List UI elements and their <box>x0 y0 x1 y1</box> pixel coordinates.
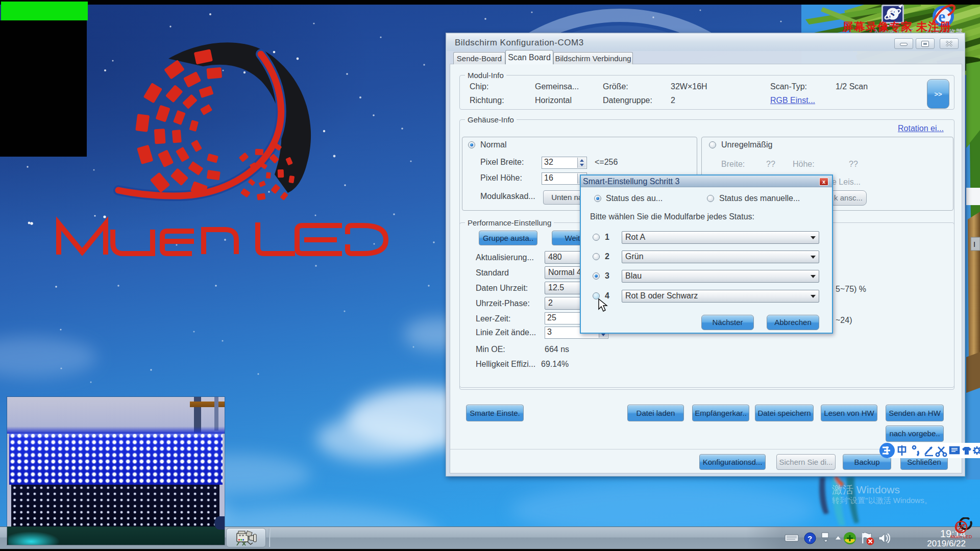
svg-text:?: ? <box>807 534 812 543</box>
svg-text:I: I <box>973 240 975 248</box>
svg-text:Muen LED: Muen LED <box>950 534 972 539</box>
